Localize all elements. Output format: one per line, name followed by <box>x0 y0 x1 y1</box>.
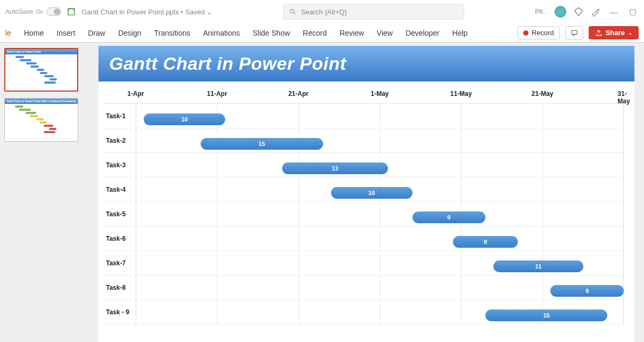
chevron-down-icon: ⌄ <box>628 30 632 36</box>
search-placeholder: Search (Alt+Q) <box>301 8 346 16</box>
slide-editor[interactable]: Gantt Chart in Power Point 1-Apr11-Apr21… <box>82 43 644 342</box>
svg-rect-3 <box>572 30 577 34</box>
task-label: Task-3 <box>104 161 136 169</box>
gantt-chart[interactable]: 1-Apr11-Apr21-Apr1-May11-May21-May31-May… <box>104 88 624 342</box>
date-axis-label: 21-Apr <box>288 90 309 97</box>
minimize-button[interactable]: — <box>608 7 620 17</box>
gantt-bar[interactable]: 15 <box>201 138 323 150</box>
autosave-label: AutoSave <box>5 8 33 15</box>
share-button[interactable]: Share ⌄ <box>589 26 639 39</box>
gantt-bar[interactable]: 10 <box>144 113 225 125</box>
user-initials[interactable]: PK . <box>535 8 547 15</box>
record-button[interactable]: Record <box>517 26 560 39</box>
gantt-row: Task-711 <box>104 251 624 275</box>
workspace: Gantt Chart in Power PointGantt Chart in… <box>0 43 644 342</box>
svg-point-1 <box>291 9 294 13</box>
gantt-row: Task - 915 <box>104 300 624 324</box>
share-label: Share <box>606 29 625 37</box>
restore-button[interactable]: ▢ <box>627 7 639 17</box>
tab-record[interactable]: Record <box>303 25 327 42</box>
slide-canvas[interactable]: Gantt Chart in Power Point 1-Apr11-Apr21… <box>98 46 634 342</box>
task-label: Task - 9 <box>104 308 136 316</box>
diamond-icon[interactable] <box>574 7 583 17</box>
gantt-bar[interactable]: 11 <box>493 260 583 272</box>
date-axis-label: 21-May <box>532 90 554 97</box>
toggle-icon[interactable] <box>46 7 61 16</box>
gantt-bar[interactable]: 15 <box>485 310 607 321</box>
slide-thumbnail-2[interactable]: Gantt Chart in Power Point With Conditio… <box>4 98 78 142</box>
record-dot-icon <box>523 30 529 36</box>
date-axis-label: 11-May <box>450 90 472 97</box>
comments-button[interactable] <box>565 26 583 40</box>
gantt-bar[interactable]: 10 <box>331 187 412 199</box>
gantt-bar[interactable]: 8 <box>453 236 518 248</box>
tab-home[interactable]: Home <box>24 25 44 42</box>
gantt-row: Task-89 <box>104 275 624 300</box>
slide-thumbnail-1[interactable]: Gantt Chart in Power Point <box>4 48 78 92</box>
autosave-toggle[interactable]: AutoSave On <box>5 7 61 16</box>
tab-insert[interactable]: Insert <box>56 25 75 42</box>
gantt-bar[interactable]: 9 <box>412 211 486 223</box>
record-label: Record <box>532 29 554 37</box>
task-label: Task-2 <box>104 137 136 144</box>
task-label: Task-4 <box>104 186 136 193</box>
tab-view[interactable]: View <box>377 25 393 42</box>
gantt-row: Task-410 <box>104 177 624 202</box>
tab-design[interactable]: Design <box>118 25 142 42</box>
search-icon <box>289 8 296 15</box>
slide-thumbnails-panel[interactable]: Gantt Chart in Power PointGantt Chart in… <box>0 43 82 342</box>
tab-draw[interactable]: Draw <box>88 25 105 42</box>
task-label: Task-7 <box>104 259 136 267</box>
gantt-bar[interactable]: 13 <box>282 162 388 174</box>
titlebar-right: PK . — ▢ <box>535 6 639 18</box>
autosave-state: On <box>36 9 43 15</box>
gantt-row: Task-215 <box>104 128 624 153</box>
tab-animations[interactable]: Animations <box>203 25 240 42</box>
date-axis-label: 1-Apr <box>127 90 144 97</box>
gantt-row: Task-313 <box>104 153 624 177</box>
task-label: Task-8 <box>104 284 136 291</box>
tab-le[interactable]: le <box>5 25 11 42</box>
task-label: Task-6 <box>104 235 136 242</box>
account-icon[interactable] <box>555 6 566 18</box>
brush-icon[interactable] <box>591 7 600 17</box>
tab-review[interactable]: Review <box>340 25 364 42</box>
slide-title[interactable]: Gantt Chart in Power Point <box>98 46 634 82</box>
gantt-bar[interactable]: 9 <box>550 285 624 297</box>
gantt-row: Task-59 <box>104 202 624 226</box>
date-axis-label: 31-May <box>617 90 630 105</box>
ribbon-tabs: leHomeInsertDrawDesignTransitionsAnimati… <box>0 23 644 43</box>
tab-developer[interactable]: Developer <box>406 25 440 42</box>
task-label: Task-1 <box>104 112 136 120</box>
tab-transitions[interactable]: Transitions <box>154 25 191 42</box>
task-label: Task-5 <box>104 210 136 218</box>
gantt-row: Task-110 <box>104 104 624 128</box>
date-axis-label: 1-May <box>370 90 389 97</box>
search-input[interactable]: Search (Alt+Q) <box>283 4 464 20</box>
document-title[interactable]: Gantt Chart in Power Point.pptx • Saved … <box>81 8 212 16</box>
gantt-row: Task-68 <box>104 226 624 251</box>
tab-slide-show[interactable]: Slide Show <box>253 25 290 42</box>
date-axis-label: 11-Apr <box>207 90 227 97</box>
svg-line-2 <box>294 13 295 14</box>
save-icon[interactable] <box>67 7 76 17</box>
tab-help[interactable]: Help <box>452 25 468 42</box>
title-bar: AutoSave On Gantt Chart in Power Point.p… <box>0 0 644 23</box>
